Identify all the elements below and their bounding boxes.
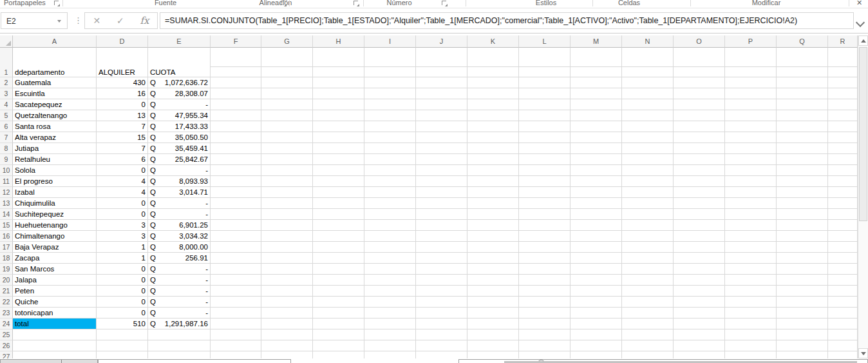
cell-P4[interactable] (725, 99, 777, 110)
row-header-9[interactable]: 9 (0, 154, 13, 165)
cell-K8[interactable] (467, 143, 519, 154)
cell-E22[interactable]: Q- (148, 297, 211, 308)
cell-K26[interactable] (467, 340, 519, 351)
cell-N20[interactable] (622, 275, 674, 286)
cell-A21[interactable]: Peten (13, 286, 97, 297)
cell-H11[interactable] (313, 176, 364, 187)
cell-N1[interactable] (622, 48, 674, 77)
cell-K14[interactable] (467, 209, 519, 220)
cell-M25[interactable] (571, 329, 622, 340)
cell-F18[interactable] (211, 253, 261, 264)
cancel-icon[interactable]: ✕ (93, 13, 100, 28)
row-header-15[interactable]: 15 (0, 220, 13, 231)
cell-A22[interactable]: Quiche (13, 297, 97, 308)
cell-L12[interactable] (519, 187, 571, 198)
cell-R11[interactable] (828, 176, 858, 187)
cell-H26[interactable] (313, 340, 364, 351)
cell-F2[interactable] (211, 77, 261, 88)
cell-M22[interactable] (571, 297, 622, 308)
cell-G16[interactable] (261, 231, 313, 242)
row-header-13[interactable]: 13 (0, 198, 13, 209)
cell-D20[interactable]: 0 (97, 275, 148, 286)
cell-N4[interactable] (622, 99, 674, 110)
cell-L26[interactable] (519, 340, 571, 351)
cell-O18[interactable] (674, 253, 725, 264)
cell-F5[interactable] (211, 110, 261, 121)
cell-G15[interactable] (261, 220, 313, 231)
cell-I12[interactable] (364, 187, 416, 198)
cell-D4[interactable]: 0 (97, 99, 148, 110)
row-header-20[interactable]: 20 (0, 275, 13, 286)
scroll-down-icon[interactable] (858, 348, 868, 358)
cell-N19[interactable] (622, 264, 674, 275)
cell-E4[interactable]: Q- (148, 99, 211, 110)
cell-P20[interactable] (725, 275, 777, 286)
expand-formula-bar-icon[interactable] (856, 18, 865, 27)
insert-function-icon[interactable]: fx (140, 15, 149, 26)
cell-R18[interactable] (828, 253, 858, 264)
cell-M10[interactable] (571, 165, 622, 176)
col-header-F[interactable]: F (211, 35, 261, 48)
cell-F16[interactable] (211, 231, 261, 242)
cell-Q23[interactable] (777, 308, 828, 319)
cell-O8[interactable] (674, 143, 725, 154)
cell-F12[interactable] (211, 187, 261, 198)
cell-K25[interactable] (467, 329, 519, 340)
dialog-launcher-icon[interactable] (442, 1, 448, 6)
cell-D24[interactable]: 510 (97, 319, 148, 329)
cell-O6[interactable] (674, 121, 725, 132)
col-header-M[interactable]: M (571, 35, 622, 48)
cell-F4[interactable] (211, 99, 261, 110)
cell-K22[interactable] (467, 297, 519, 308)
cell-R6[interactable] (828, 121, 858, 132)
cell-J19[interactable] (416, 264, 467, 275)
cell-K17[interactable] (467, 242, 519, 253)
cell-D10[interactable]: 0 (97, 165, 148, 176)
cell-G5[interactable] (261, 110, 313, 121)
cell-N6[interactable] (622, 121, 674, 132)
cell-R15[interactable] (828, 220, 858, 231)
cell-Q12[interactable] (777, 187, 828, 198)
cell-J24[interactable] (416, 319, 467, 329)
cell-K1[interactable] (467, 48, 519, 77)
cell-J5[interactable] (416, 110, 467, 121)
cell-N18[interactable] (622, 253, 674, 264)
cell-Q11[interactable] (777, 176, 828, 187)
cell-M19[interactable] (571, 264, 622, 275)
cell-N15[interactable] (622, 220, 674, 231)
cell-O4[interactable] (674, 99, 725, 110)
cell-H24[interactable] (313, 319, 364, 329)
cell-F10[interactable] (211, 165, 261, 176)
cell-D11[interactable]: 4 (97, 176, 148, 187)
cell-O2[interactable] (674, 77, 725, 88)
cell-J15[interactable] (416, 220, 467, 231)
cell-G23[interactable] (261, 308, 313, 319)
cell-D8[interactable]: 7 (97, 143, 148, 154)
cell-Q13[interactable] (777, 198, 828, 209)
cell-L21[interactable] (519, 286, 571, 297)
row-header-19[interactable]: 19 (0, 264, 13, 275)
col-header-J[interactable]: J (416, 35, 467, 48)
cell-H23[interactable] (313, 308, 364, 319)
row-header-8[interactable]: 8 (0, 143, 13, 154)
cell-E20[interactable]: Q- (148, 275, 211, 286)
cell-D5[interactable]: 13 (97, 110, 148, 121)
cell-P16[interactable] (725, 231, 777, 242)
cell-M16[interactable] (571, 231, 622, 242)
cell-J9[interactable] (416, 154, 467, 165)
cell-I20[interactable] (364, 275, 416, 286)
cell-R26[interactable] (828, 340, 858, 351)
cell-F17[interactable] (211, 242, 261, 253)
cell-H13[interactable] (313, 198, 364, 209)
cell-A17[interactable]: Baja Verapaz (13, 242, 97, 253)
cell-F6[interactable] (211, 121, 261, 132)
cell-L6[interactable] (519, 121, 571, 132)
vertical-scrollbar-thumb[interactable] (859, 47, 867, 221)
cell-L2[interactable] (519, 77, 571, 88)
cell-I17[interactable] (364, 242, 416, 253)
cell-P2[interactable] (725, 77, 777, 88)
cell-G11[interactable] (261, 176, 313, 187)
cell-A20[interactable]: Jalapa (13, 275, 97, 286)
cell-I6[interactable] (364, 121, 416, 132)
cell-K6[interactable] (467, 121, 519, 132)
